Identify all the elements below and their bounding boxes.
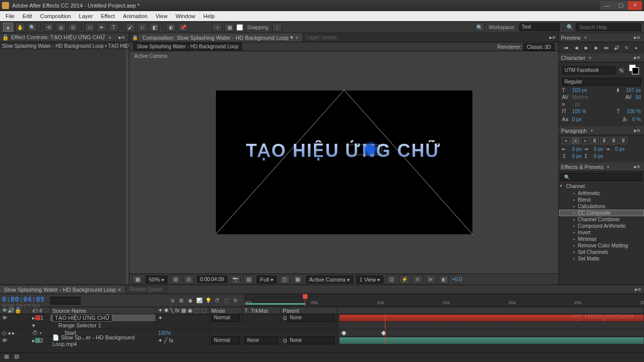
- flowchart-icon[interactable]: ⊳: [426, 275, 436, 284]
- snapping-checkbox[interactable]: [236, 24, 243, 31]
- panel-menu-icon[interactable]: ▸≡: [117, 34, 127, 41]
- clone-tool[interactable]: ⎌: [137, 23, 147, 32]
- loop-button[interactable]: ↻: [623, 44, 631, 51]
- effect-item[interactable]: Set Matte: [559, 255, 644, 262]
- tsume-value[interactable]: 0 %: [632, 117, 641, 122]
- minimize-button[interactable]: —: [600, 1, 614, 10]
- menu-effect[interactable]: Effect: [97, 12, 118, 20]
- menu-view[interactable]: View: [152, 12, 171, 20]
- effects-presets-tab[interactable]: Effects & Presets: [561, 164, 603, 170]
- timeline-layer-row[interactable]: 👁 ▸ 1 TẠO HIỆU ỨNG CHỮ ✦ Normal ⊙ Noneby…: [0, 314, 644, 322]
- effects-category[interactable]: Channel: [559, 183, 644, 190]
- indent-right-value[interactable]: 0 px: [615, 146, 625, 152]
- guides-icon[interactable]: ⊟: [184, 275, 194, 284]
- time-ruler[interactable]: 00s05s10s15s20s25s30s: [245, 294, 644, 307]
- layer-track-bar[interactable]: [339, 337, 644, 344]
- effect-controls-tab[interactable]: Effect Controls: TẠO HIỆU ỨNG CHỮ: [11, 34, 105, 41]
- paragraph-tab[interactable]: Paragraph: [561, 128, 587, 134]
- mask-toggle-icon[interactable]: ▦: [132, 275, 142, 284]
- draft-3d-icon[interactable]: ⬚: [222, 297, 230, 305]
- fast-preview-icon[interactable]: ⚡: [399, 275, 410, 284]
- brush-tool[interactable]: 🖌: [125, 23, 135, 32]
- effect-item[interactable]: CC Composite: [559, 210, 644, 216]
- effect-item[interactable]: Invert: [559, 229, 644, 236]
- camera-view-select[interactable]: Active Camera ▾: [306, 276, 353, 284]
- snapshot-icon[interactable]: 📷: [230, 275, 240, 284]
- brainstorm-icon[interactable]: 💡: [204, 297, 212, 305]
- next-frame-button[interactable]: ▶: [593, 44, 601, 51]
- preview-tab[interactable]: Preview: [561, 35, 581, 41]
- rect-tool[interactable]: ▭: [85, 23, 95, 32]
- pen-tool[interactable]: ✒: [97, 23, 107, 32]
- composition-tab[interactable]: Composition: Slow Splashing Water - HD B…: [138, 33, 303, 42]
- effect-item[interactable]: Minimax: [559, 236, 644, 242]
- align-right-button[interactable]: ≡: [581, 137, 589, 144]
- pan-behind-tool[interactable]: ⊙: [68, 23, 78, 32]
- live-update-icon[interactable]: ↻: [231, 297, 239, 305]
- preview-menu-icon[interactable]: ▸≡: [632, 34, 642, 41]
- col-trkmat[interactable]: T .TrkMat: [243, 307, 281, 314]
- search-help-input[interactable]: [576, 23, 641, 31]
- selection-tool[interactable]: ▲: [3, 23, 13, 32]
- effects-menu-icon[interactable]: ▸≡: [632, 163, 642, 170]
- play-button[interactable]: ▶: [583, 44, 591, 51]
- comp-breadcrumb[interactable]: Slow Splashing Water - HD Background Loo…: [133, 43, 242, 50]
- toggle-modes-icon[interactable]: ⊟: [13, 353, 20, 359]
- justify-all-button[interactable]: ≣: [619, 137, 627, 144]
- justify-left-button[interactable]: ≣: [591, 137, 599, 144]
- puppet-tool[interactable]: 📌: [178, 23, 188, 32]
- text-tool[interactable]: T: [109, 23, 119, 32]
- preview-tab-close[interactable]: ×: [583, 35, 588, 40]
- graph-editor-icon[interactable]: 📊: [195, 297, 203, 305]
- justify-center-button[interactable]: ≣: [600, 137, 608, 144]
- camera-tool[interactable]: ◎: [56, 23, 66, 32]
- resolution-select[interactable]: Full ▾: [257, 276, 277, 284]
- leading-value[interactable]: 167 px: [626, 87, 641, 93]
- tab-close-icon[interactable]: ×: [107, 35, 113, 40]
- vscale-value[interactable]: 105 %: [572, 109, 586, 114]
- justify-right-button[interactable]: ≣: [610, 137, 618, 144]
- paragraph-menu-icon[interactable]: ▸≡: [632, 127, 642, 134]
- effects-search-input[interactable]: [560, 173, 642, 181]
- lock-icon[interactable]: 🔒: [2, 34, 9, 41]
- effect-item[interactable]: Calculations: [559, 203, 644, 210]
- mask-icon[interactable]: ▦: [224, 23, 234, 32]
- timeline-icon[interactable]: ≡: [413, 275, 423, 284]
- frame-blend-icon[interactable]: ⊞: [177, 297, 185, 305]
- menu-help[interactable]: Help: [200, 12, 218, 20]
- exposure-reset-icon[interactable]: ◐: [439, 275, 449, 284]
- comp-tab-close-icon[interactable]: ×: [295, 35, 298, 40]
- character-menu-icon[interactable]: ▸≡: [632, 54, 642, 61]
- layer-track-bar[interactable]: [339, 322, 644, 329]
- ram-preview-button[interactable]: ▸: [633, 44, 641, 51]
- prev-frame-button[interactable]: ◀: [573, 44, 581, 51]
- toggle-switches-icon[interactable]: ⊞: [3, 353, 10, 359]
- menu-window[interactable]: Window: [172, 12, 199, 20]
- effect-item[interactable]: Arithmetic: [559, 190, 644, 197]
- last-frame-button[interactable]: ⏭: [603, 44, 611, 51]
- font-size-value[interactable]: 103 px: [572, 87, 587, 93]
- layer-track-bar[interactable]: [339, 329, 644, 336]
- align-center-button[interactable]: ≡: [572, 137, 580, 144]
- pixel-aspect-icon[interactable]: ⊡: [386, 275, 396, 284]
- layer-search-input[interactable]: [50, 297, 80, 305]
- kerning-value[interactable]: Metrics: [572, 95, 588, 100]
- motion-blur-icon[interactable]: ◉: [186, 297, 194, 305]
- roi-icon[interactable]: ◫: [280, 275, 290, 284]
- effect-item[interactable]: Compound Arithmetic: [559, 223, 644, 229]
- hscale-value[interactable]: 100 %: [627, 109, 641, 114]
- zoom-select[interactable]: 50% ▾: [145, 276, 168, 284]
- timeline-layer-row[interactable]: ▾ Range Selector 1: [0, 322, 644, 329]
- zoom-tool[interactable]: 🔍: [27, 23, 37, 32]
- maximize-button[interactable]: ▢: [614, 1, 628, 10]
- font-style-select[interactable]: Regular: [562, 78, 641, 86]
- character-tab[interactable]: Character: [561, 55, 585, 61]
- auto-keyframe-icon[interactable]: ⏱: [213, 297, 221, 305]
- stroke-width-value[interactable]: - px: [572, 102, 581, 107]
- col-mode[interactable]: Mode: [209, 307, 243, 314]
- eraser-tool[interactable]: ◧: [149, 23, 159, 32]
- render-queue-tab[interactable]: Render Queue: [126, 286, 168, 293]
- channel-icon[interactable]: ▤: [244, 275, 254, 284]
- workspace-select[interactable]: Text: [519, 23, 559, 31]
- layer-tab[interactable]: Layer: (none): [303, 34, 341, 41]
